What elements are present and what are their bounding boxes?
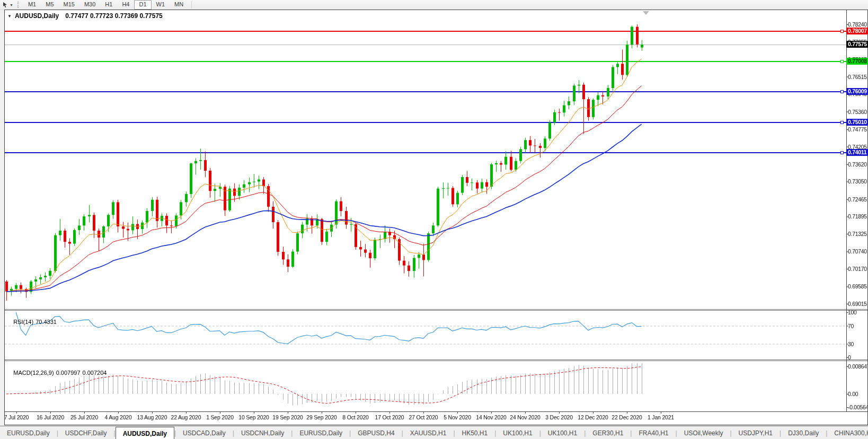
date-axis-label: 16 Jul 2020 <box>37 414 64 420</box>
chart-title: ▼ AUDUSD,Daily 0.77477 0.77723 0.77369 0… <box>7 12 163 20</box>
macd-axis-tick-top: 0.008647 <box>848 364 867 370</box>
cursor-icon <box>2 2 8 8</box>
date-axis-label: 27 Oct 2020 <box>409 414 438 420</box>
macd-pane-label: MACD(12,26,9)0.0079970.007204 <box>7 363 109 382</box>
chart-tab-usoil-weekly[interactable]: USOil,Weekly <box>677 426 730 439</box>
price-axis-tick: 0.78240 <box>848 22 867 28</box>
price-axis-tick: 0.73050 <box>848 179 867 185</box>
price-axis-tick: 0.70740 <box>848 249 867 254</box>
date-axis-label: 12 Dec 2020 <box>578 414 608 420</box>
price-axis-tick: 0.74775 <box>848 127 867 133</box>
chart-ohlc-values: 0.77477 0.77723 0.77369 0.77575 <box>65 12 163 20</box>
hline-price-box: 0.77008 <box>846 58 868 65</box>
chart-tab-eurusd-daily[interactable]: EURUSD,Daily <box>293 426 349 439</box>
rsi-pane-label: RSI(14)70.4331 <box>7 312 59 331</box>
chart-tab-audusd-daily[interactable]: AUDUSD,Daily <box>116 427 174 439</box>
date-axis-label: 5 Nov 2020 <box>444 414 471 420</box>
toolbar-separator <box>191 1 192 8</box>
macd-signal-value: 0.007204 <box>83 370 107 376</box>
date-axis-label: 8 Oct 2020 <box>342 414 368 420</box>
rsi-axis-tick: 100 <box>848 310 867 315</box>
hline-price-box: 0.76009 <box>846 88 868 95</box>
timeframe-button-m5[interactable]: M5 <box>41 0 58 10</box>
chart-tab-gbpusd-h4[interactable]: GBPUSD,H4 <box>351 426 401 439</box>
timeframe-button-m15[interactable]: M15 <box>59 0 79 10</box>
macd-axis-tick-zero: 0.00 <box>848 391 867 397</box>
macd-axis-tick-bottom: -0.005642 <box>848 405 867 410</box>
chart-window: ▼ AUDUSD,Daily 0.77477 0.77723 0.77369 0… <box>4 10 868 425</box>
timeframe-button-h4[interactable]: H4 <box>117 0 134 10</box>
timeframe-button-m1[interactable]: M1 <box>23 0 41 10</box>
date-axis-label: 13 Aug 2020 <box>137 414 167 420</box>
timeframe-button-d1[interactable]: D1 <box>134 0 151 10</box>
date-axis-label: 29 Sep 2020 <box>306 414 336 420</box>
date-axis-label: 25 Jul 2020 <box>70 414 98 420</box>
cursor-tool-button[interactable]: ▼ <box>0 1 15 9</box>
chart-tab-uk100-h1[interactable]: UK100,H1 <box>541 426 584 439</box>
date-axis-label: 22 Aug 2020 <box>171 414 201 420</box>
chart-tab-usdcnh-daily[interactable]: USDCNH,Daily <box>234 426 291 439</box>
rsi-axis-tick: 0 <box>848 355 867 361</box>
chart-shift-marker-icon[interactable] <box>643 11 649 15</box>
chevron-down-icon: ▼ <box>10 3 13 7</box>
price-axis-tick: 0.71895 <box>848 214 867 220</box>
price-chart-canvas[interactable] <box>5 10 867 425</box>
price-axis-tick: 0.69015 <box>848 301 867 307</box>
mt4-terminal: { "toolbar": { "cursor_tool": "cursor-ic… <box>0 0 868 439</box>
date-axis-label: 19 Sep 2020 <box>272 414 303 420</box>
date-axis-label: 3 Dec 2020 <box>545 414 573 420</box>
rsi-indicator-value: 70.4331 <box>36 319 57 325</box>
toolbar-grip <box>17 2 20 8</box>
chart-tab-fra40-h1[interactable]: FRA40,H1 <box>632 426 675 439</box>
timeframe-button-mn[interactable]: MN <box>170 0 188 10</box>
price-axis-tick: 0.70170 <box>848 266 867 272</box>
timeframe-button-h1[interactable]: H1 <box>100 0 117 10</box>
date-axis-label: 4 Aug 2020 <box>104 414 131 420</box>
price-axis-tick: 0.76515 <box>848 74 867 80</box>
timeframe-button-m30[interactable]: M30 <box>79 0 100 10</box>
chart-tab-uk100-h1[interactable]: UK100,H1 <box>496 426 539 439</box>
chart-tab-ger30-h1[interactable]: GER30,H1 <box>586 426 630 439</box>
price-axis-tick: 0.71325 <box>848 231 867 237</box>
date-axis-label: 1 Jan 2021 <box>648 414 674 420</box>
rsi-indicator-name: RSI(14) <box>13 319 33 325</box>
date-axis-label: 17 Oct 2020 <box>375 414 404 420</box>
rsi-axis-tick: 70 <box>848 323 867 329</box>
chart-tab-china300-h1[interactable]: CHINA300,H1 <box>827 426 868 439</box>
timeframe-button-w1[interactable]: W1 <box>152 0 170 10</box>
chart-tab-usdchf-daily[interactable]: USDCHF,Daily <box>58 426 114 439</box>
chart-tab-eurusd-daily[interactable]: EURUSD,Daily <box>0 426 57 439</box>
date-axis-label: 24 Nov 2020 <box>510 414 540 420</box>
date-axis-label: 10 Sep 2020 <box>238 414 269 420</box>
chart-tab-hk50-h1[interactable]: HK50,H1 <box>455 426 495 439</box>
chart-symbol-label: AUDUSD,Daily <box>15 12 59 20</box>
hline-price-box: 0.75010 <box>846 119 868 126</box>
price-axis-tick: 0.69585 <box>848 284 867 289</box>
current-price-box: 0.77575 <box>846 41 868 48</box>
hline-price-box: 0.74011 <box>846 149 868 156</box>
price-axis-tick: 0.72465 <box>848 197 867 203</box>
chart-tab-dj30-daily[interactable]: DJ30,Daily <box>781 426 826 439</box>
date-axis-label: 14 Nov 2020 <box>476 414 506 420</box>
hline-price-box: 0.78007 <box>846 28 868 34</box>
macd-indicator-name: MACD(12,26,9) <box>13 370 54 376</box>
rsi-axis-tick: 30 <box>848 341 867 347</box>
collapse-arrow-icon[interactable]: ▼ <box>7 14 12 19</box>
chart-tab-usdcad-daily[interactable]: USDCAD,Daily <box>176 426 233 439</box>
chart-tab-usdjpy-h1[interactable]: USDJPY,H1 <box>732 426 780 439</box>
timeframe-toolbar: ▼ M1M5M15M30H1H4D1W1MN <box>0 0 868 10</box>
date-axis-label: 1 Sep 2020 <box>206 414 234 420</box>
price-axis-tick: 0.73620 <box>848 162 867 168</box>
chart-tab-xauusd-h1[interactable]: XAUUSD,H1 <box>403 426 454 439</box>
chart-tabbar: EURUSD,Daily|USDCHF,Daily|AUDUSD,Daily|U… <box>0 426 868 439</box>
date-axis-label: 7 Jul 2020 <box>4 414 29 420</box>
date-axis-label: 22 Dec 2020 <box>612 414 642 420</box>
macd-main-value: 0.007997 <box>56 370 81 376</box>
price-axis-tick: 0.75360 <box>848 109 867 115</box>
